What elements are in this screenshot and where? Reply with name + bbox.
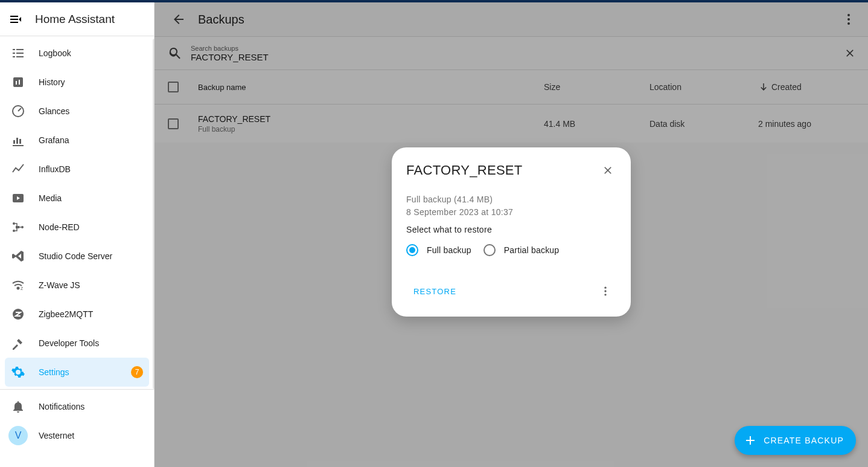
sidebar-item-label: Developer Tools	[39, 338, 143, 348]
svg-rect-8	[16, 226, 19, 228]
dialog-title: FACTORY_RESET	[406, 163, 523, 178]
menu-toggle-icon[interactable]	[8, 12, 23, 27]
sidebar-item-label: Logbook	[39, 48, 143, 58]
sidebar-item-label: Zigbee2MQTT	[39, 309, 143, 319]
sidebar-item-label: Settings	[39, 367, 118, 377]
radio-partial-backup[interactable]: Partial backup	[483, 244, 560, 256]
settings-badge: 7	[131, 366, 143, 378]
gauge-icon	[11, 104, 25, 118]
gear-icon	[11, 365, 25, 379]
sidebar-item-label: Z-Wave JS	[39, 280, 143, 290]
radio-icon	[406, 244, 418, 256]
zigbee-icon	[11, 307, 25, 321]
dialog-meta-date: 8 September 2023 at 10:37	[406, 206, 616, 219]
svg-rect-1	[16, 81, 17, 85]
sidebar-item-label: Notifications	[39, 402, 143, 411]
main-content: Backups Search backups Backup name Size …	[155, 2, 868, 467]
hammer-icon	[11, 336, 25, 350]
svg-point-7	[21, 226, 24, 228]
svg-point-16	[604, 290, 606, 292]
svg-rect-2	[19, 80, 20, 85]
plus-icon	[743, 433, 758, 448]
sidebar: Home Assistant Logbook History Glances G…	[0, 2, 155, 467]
sidebar-item-media[interactable]: Media	[5, 184, 149, 213]
nodered-icon	[11, 220, 25, 234]
dialog-section-title: Select what to restore	[406, 225, 616, 234]
sidebar-item-label: History	[39, 77, 143, 87]
sidebar-item-label: Media	[39, 193, 143, 203]
svg-rect-0	[13, 77, 23, 87]
sidebar-item-notifications[interactable]: Notifications	[5, 392, 149, 421]
sidebar-item-label: Studio Code Server	[39, 251, 143, 261]
sidebar-item-z-wave-js[interactable]: Z Z-Wave JS	[5, 271, 149, 300]
svg-text:Z: Z	[21, 286, 24, 291]
radio-icon	[483, 244, 496, 256]
sidebar-item-grafana[interactable]: Grafana	[5, 126, 149, 155]
logbook-icon	[11, 46, 25, 60]
restore-dialog: FACTORY_RESET Full backup (41.4 MB) 8 Se…	[392, 147, 631, 317]
sidebar-item-glances[interactable]: Glances	[5, 97, 149, 126]
create-backup-button[interactable]: CREATE BACKUP	[735, 426, 856, 455]
dialog-meta-type: Full backup (41.4 MB)	[406, 193, 616, 206]
svg-point-6	[13, 230, 15, 232]
sidebar-item-label: InfluxDB	[39, 164, 143, 174]
history-icon	[11, 75, 25, 89]
dialog-more-button[interactable]	[595, 280, 616, 302]
sidebar-item-label: Grafana	[39, 135, 143, 145]
bell-icon	[11, 399, 25, 414]
sidebar-item-influxdb[interactable]: InfluxDB	[5, 155, 149, 184]
sidebar-item-studio-code-server[interactable]: Studio Code Server	[5, 242, 149, 271]
avatar: V	[8, 426, 28, 445]
radio-full-backup[interactable]: Full backup	[406, 244, 471, 256]
app-title: Home Assistant	[35, 13, 115, 26]
sidebar-item-logbook[interactable]: Logbook	[5, 39, 149, 68]
zwave-icon: Z	[11, 278, 25, 292]
sidebar-item-zigbee2mqtt[interactable]: Zigbee2MQTT	[5, 300, 149, 329]
svg-point-17	[604, 294, 606, 295]
sidebar-item-label: Glances	[39, 106, 143, 116]
sidebar-item-user[interactable]: V Vesternet	[5, 421, 149, 450]
media-icon	[11, 191, 25, 205]
vscode-icon	[11, 249, 25, 263]
sidebar-item-history[interactable]: History	[5, 68, 149, 97]
svg-point-15	[604, 287, 606, 289]
svg-point-9	[18, 288, 19, 289]
svg-point-5	[13, 222, 15, 225]
grafana-icon	[11, 133, 25, 147]
close-button[interactable]	[599, 162, 616, 179]
influxdb-icon	[11, 162, 25, 176]
sidebar-item-settings[interactable]: Settings 7	[5, 358, 149, 387]
sidebar-item-label: Node-RED	[39, 222, 143, 232]
sidebar-item-node-red[interactable]: Node-RED	[5, 213, 149, 242]
sidebar-item-developer-tools[interactable]: Developer Tools	[5, 329, 149, 358]
restore-button[interactable]: RESTORE	[406, 282, 464, 301]
sidebar-item-label: Vesternet	[39, 431, 143, 440]
